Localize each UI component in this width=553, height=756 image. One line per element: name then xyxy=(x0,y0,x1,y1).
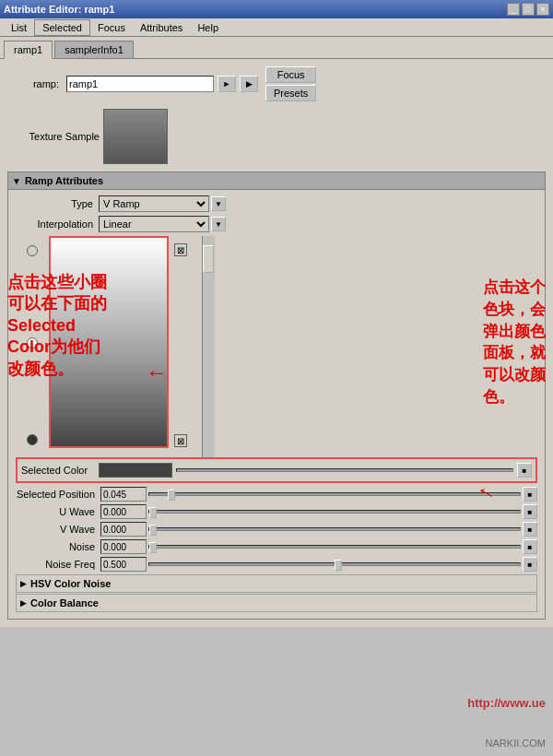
selected-color-swatch[interactable] xyxy=(99,463,172,478)
narkii-watermark: NARKII.COM xyxy=(486,738,546,749)
title-bar-buttons[interactable]: _ □ × xyxy=(507,3,549,16)
slider-track-4[interactable] xyxy=(148,562,521,566)
slider-icon-4[interactable]: ■ xyxy=(523,557,537,572)
sliders-container: Selected Position ■ U Wave ■ V W xyxy=(16,487,537,572)
type-dropdown-arrow[interactable]: ▼ xyxy=(211,196,226,211)
ramp-name-row: ramp: ► ▶ Focus Presets xyxy=(7,66,546,101)
left-markers-col xyxy=(16,236,49,457)
texture-sample-box[interactable] xyxy=(103,109,168,164)
interpolation-dropdown-arrow[interactable]: ▼ xyxy=(211,217,226,231)
window-title: Attribute Editor: ramp1 xyxy=(4,4,114,15)
focus-button[interactable]: Focus xyxy=(265,66,316,83)
color-balance-title: Color Balance xyxy=(30,597,99,608)
slider-row-1: U Wave ■ xyxy=(16,504,537,519)
hsv-color-noise-section[interactable]: ▶ HSV Color Noise xyxy=(16,574,537,593)
ramp-label: ramp: xyxy=(7,78,63,89)
slider-track-1[interactable] xyxy=(148,510,521,514)
arrow-icon[interactable]: ▶ xyxy=(240,76,258,92)
tab-ramp1[interactable]: ramp1 xyxy=(4,41,53,59)
slider-track-3[interactable] xyxy=(148,545,521,549)
menu-attributes[interactable]: Attributes xyxy=(133,20,190,35)
slider-thumb-0[interactable] xyxy=(168,490,175,501)
focus-presets-col: Focus Presets xyxy=(265,66,316,101)
ramp-right-marker-bottom[interactable]: ⊠ xyxy=(174,434,187,447)
slider-icon-2[interactable]: ■ xyxy=(523,522,537,537)
selected-color-area: Selected Color ■ xyxy=(16,457,537,483)
url-text: http://www.ue xyxy=(467,696,546,710)
ramp-area: ⊠ ⊠ xyxy=(16,236,537,457)
ramp-gradient[interactable] xyxy=(49,236,169,448)
menu-selected[interactable]: Selected xyxy=(34,19,90,36)
scrollbar-thumb[interactable] xyxy=(203,245,214,273)
selected-color-row: Selected Color ■ xyxy=(21,463,532,478)
slider-value-1[interactable] xyxy=(100,504,147,519)
slider-icon-3[interactable]: ■ xyxy=(523,539,537,554)
selected-color-icon[interactable]: ■ xyxy=(517,463,532,478)
slider-row-3: Noise ■ xyxy=(16,539,537,554)
tab-samplerinfo1[interactable]: samplerInfo1 xyxy=(54,41,134,58)
attrs-area: Type V Ramp U Ramp Diagonal Ramp ▼ Inter… xyxy=(7,190,546,620)
texture-sample-row: Texture Sample xyxy=(7,109,546,164)
title-bar: Attribute Editor: ramp1 _ □ × xyxy=(0,0,553,18)
selected-color-slider-track[interactable] xyxy=(176,468,513,472)
minimize-button[interactable]: _ xyxy=(507,3,520,16)
section-title: Ramp Attributes xyxy=(25,175,103,186)
hsv-collapse-icon: ▶ xyxy=(20,579,27,588)
slider-thumb-2[interactable] xyxy=(149,525,157,536)
slider-label-2: V Wave xyxy=(16,524,99,535)
menu-bar: List Selected Focus Attributes Help xyxy=(0,18,553,37)
slider-label-4: Noise Freq xyxy=(16,559,99,570)
slider-thumb-3[interactable] xyxy=(149,542,157,553)
ramp-marker-mid[interactable] xyxy=(27,337,38,348)
slider-thumb-4[interactable] xyxy=(335,560,342,571)
texture-sample-label: Texture Sample xyxy=(7,131,100,142)
main-content: ramp: ► ▶ Focus Presets Texture Sample ▼… xyxy=(0,59,553,627)
slider-value-0[interactable] xyxy=(100,487,147,502)
slider-label-3: Noise xyxy=(16,541,99,552)
slider-thumb-1[interactable] xyxy=(149,507,157,518)
hsv-section-title: HSV Color Noise xyxy=(30,578,111,589)
slider-value-3[interactable] xyxy=(100,539,147,554)
slider-icon-0[interactable]: ■ xyxy=(523,487,537,502)
menu-focus[interactable]: Focus xyxy=(90,20,133,35)
slider-value-4[interactable] xyxy=(100,557,147,572)
ramp-visualization-container: ⊠ ⊠ Selected Color ■ xyxy=(16,236,537,572)
slider-value-2[interactable] xyxy=(100,522,147,537)
ramp-scrollbar[interactable] xyxy=(202,236,215,457)
slider-row-2: V Wave ■ xyxy=(16,522,537,537)
slider-icon-1[interactable]: ■ xyxy=(523,504,537,519)
menu-list[interactable]: List xyxy=(4,20,34,35)
slider-track-0[interactable] xyxy=(148,492,521,496)
bookmark-icon[interactable]: ► xyxy=(218,76,236,92)
slider-track-2[interactable] xyxy=(148,527,521,531)
menu-help[interactable]: Help xyxy=(190,20,226,35)
selected-color-label: Selected Color xyxy=(21,465,95,476)
slider-label-1: U Wave xyxy=(16,506,99,517)
maximize-button[interactable]: □ xyxy=(522,3,535,16)
ramp-marker-top[interactable] xyxy=(27,245,38,256)
ramp-marker-bottom[interactable] xyxy=(27,434,38,445)
presets-button[interactable]: Presets xyxy=(265,85,316,101)
slider-row-4: Noise Freq ■ xyxy=(16,557,537,572)
tab-bar: ramp1 samplerInfo1 xyxy=(0,37,553,59)
interpolation-row: Interpolation Linear None Smooth Spline … xyxy=(16,216,537,232)
interpolation-label: Interpolation xyxy=(16,219,99,230)
section-collapse-icon[interactable]: ▼ xyxy=(12,176,21,186)
close-button[interactable]: × xyxy=(536,3,549,16)
slider-label-0: Selected Position xyxy=(16,489,99,500)
color-balance-collapse-icon: ▶ xyxy=(20,598,27,608)
right-markers-col: ⊠ ⊠ xyxy=(169,236,202,457)
slider-row-0: Selected Position ■ xyxy=(16,487,537,502)
type-select[interactable]: V Ramp U Ramp Diagonal Ramp xyxy=(99,195,209,212)
ramp-name-input[interactable] xyxy=(66,76,214,92)
type-row: Type V Ramp U Ramp Diagonal Ramp ▼ xyxy=(16,195,537,212)
ramp-right-marker-top[interactable]: ⊠ xyxy=(174,243,187,256)
type-label: Type xyxy=(16,198,99,209)
interpolation-select[interactable]: Linear None Smooth Spline xyxy=(99,216,209,232)
color-balance-section[interactable]: ▶ Color Balance xyxy=(16,594,537,612)
ramp-attributes-header[interactable]: ▼ Ramp Attributes xyxy=(7,171,546,190)
